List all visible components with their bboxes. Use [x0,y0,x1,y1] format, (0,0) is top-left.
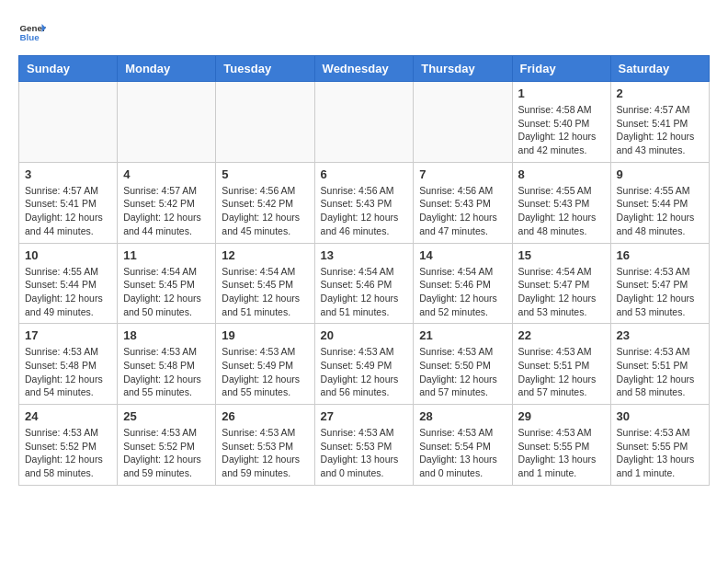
calendar-cell: 28Sunrise: 4:53 AM Sunset: 5:54 PM Dayli… [414,405,512,486]
day-of-week-header: Tuesday [216,56,314,82]
day-of-week-header: Wednesday [314,56,414,82]
calendar-cell: 15Sunrise: 4:54 AM Sunset: 5:47 PM Dayli… [512,243,610,324]
calendar-week-row: 10Sunrise: 4:55 AM Sunset: 5:44 PM Dayli… [19,243,710,324]
logo: General Blue [18,18,46,46]
calendar-cell: 7Sunrise: 4:56 AM Sunset: 5:43 PM Daylig… [414,162,512,243]
calendar-cell: 11Sunrise: 4:54 AM Sunset: 5:45 PM Dayli… [118,243,216,324]
calendar-cell: 18Sunrise: 4:53 AM Sunset: 5:48 PM Dayli… [118,324,216,405]
calendar-week-row: 3Sunrise: 4:57 AM Sunset: 5:41 PM Daylig… [19,162,710,243]
day-number: 24 [25,409,111,423]
day-number: 3 [25,167,111,181]
day-info: Sunrise: 4:53 AM Sunset: 5:49 PM Dayligh… [222,345,308,399]
calendar-cell: 16Sunrise: 4:53 AM Sunset: 5:47 PM Dayli… [610,243,709,324]
calendar-cell [118,82,216,163]
header: General Blue [18,18,710,46]
day-number: 8 [518,167,605,181]
calendar-cell: 4Sunrise: 4:57 AM Sunset: 5:42 PM Daylig… [118,162,216,243]
calendar-cell: 27Sunrise: 4:53 AM Sunset: 5:53 PM Dayli… [314,405,414,486]
day-number: 10 [25,248,111,262]
day-number: 18 [123,328,210,342]
day-number: 30 [617,409,703,423]
day-info: Sunrise: 4:54 AM Sunset: 5:46 PM Dayligh… [419,265,506,319]
day-number: 23 [617,328,703,342]
calendar-cell: 24Sunrise: 4:53 AM Sunset: 5:52 PM Dayli… [19,405,118,486]
day-info: Sunrise: 4:57 AM Sunset: 5:41 PM Dayligh… [617,103,703,157]
day-info: Sunrise: 4:54 AM Sunset: 5:46 PM Dayligh… [321,265,408,319]
logo-icon: General Blue [18,18,46,46]
day-info: Sunrise: 4:53 AM Sunset: 5:55 PM Dayligh… [518,426,605,480]
calendar-cell: 21Sunrise: 4:53 AM Sunset: 5:50 PM Dayli… [414,324,512,405]
day-number: 5 [222,167,308,181]
day-info: Sunrise: 4:55 AM Sunset: 5:43 PM Dayligh… [518,184,605,238]
calendar-cell [216,82,314,163]
day-info: Sunrise: 4:53 AM Sunset: 5:48 PM Dayligh… [123,345,210,399]
calendar-cell: 12Sunrise: 4:54 AM Sunset: 5:45 PM Dayli… [216,243,314,324]
calendar-cell: 17Sunrise: 4:53 AM Sunset: 5:48 PM Dayli… [19,324,118,405]
day-number: 19 [222,328,308,342]
day-info: Sunrise: 4:53 AM Sunset: 5:51 PM Dayligh… [617,345,703,399]
calendar-cell: 25Sunrise: 4:53 AM Sunset: 5:52 PM Dayli… [118,405,216,486]
day-info: Sunrise: 4:56 AM Sunset: 5:42 PM Dayligh… [222,184,308,238]
day-info: Sunrise: 4:53 AM Sunset: 5:52 PM Dayligh… [123,426,210,480]
day-number: 14 [419,248,506,262]
day-of-week-header: Sunday [19,56,118,82]
calendar-cell [314,82,414,163]
day-number: 13 [321,248,408,262]
day-info: Sunrise: 4:57 AM Sunset: 5:41 PM Dayligh… [25,184,111,238]
calendar-cell [19,82,118,163]
day-number: 27 [321,409,408,423]
day-of-week-header: Saturday [610,56,709,82]
day-info: Sunrise: 4:53 AM Sunset: 5:53 PM Dayligh… [222,426,308,480]
day-info: Sunrise: 4:56 AM Sunset: 5:43 PM Dayligh… [321,184,408,238]
day-of-week-header: Thursday [414,56,512,82]
calendar-cell: 10Sunrise: 4:55 AM Sunset: 5:44 PM Dayli… [19,243,118,324]
calendar-cell: 22Sunrise: 4:53 AM Sunset: 5:51 PM Dayli… [512,324,610,405]
calendar-cell: 9Sunrise: 4:55 AM Sunset: 5:44 PM Daylig… [610,162,709,243]
calendar-cell: 3Sunrise: 4:57 AM Sunset: 5:41 PM Daylig… [19,162,118,243]
day-number: 21 [419,328,506,342]
day-info: Sunrise: 4:53 AM Sunset: 5:49 PM Dayligh… [321,345,408,399]
day-number: 2 [617,86,703,100]
calendar-cell [414,82,512,163]
day-number: 29 [518,409,605,423]
calendar-header-row: SundayMondayTuesdayWednesdayThursdayFrid… [19,56,710,82]
calendar-cell: 8Sunrise: 4:55 AM Sunset: 5:43 PM Daylig… [512,162,610,243]
day-info: Sunrise: 4:56 AM Sunset: 5:43 PM Dayligh… [419,184,506,238]
day-number: 11 [123,248,210,262]
day-of-week-header: Monday [118,56,216,82]
calendar-cell: 13Sunrise: 4:54 AM Sunset: 5:46 PM Dayli… [314,243,414,324]
calendar-week-row: 1Sunrise: 4:58 AM Sunset: 5:40 PM Daylig… [19,82,710,163]
day-info: Sunrise: 4:54 AM Sunset: 5:45 PM Dayligh… [123,265,210,319]
day-info: Sunrise: 4:53 AM Sunset: 5:47 PM Dayligh… [617,265,703,319]
day-info: Sunrise: 4:53 AM Sunset: 5:52 PM Dayligh… [25,426,111,480]
day-info: Sunrise: 4:53 AM Sunset: 5:50 PM Dayligh… [419,345,506,399]
day-number: 28 [419,409,506,423]
day-of-week-header: Friday [512,56,610,82]
day-info: Sunrise: 4:53 AM Sunset: 5:51 PM Dayligh… [518,345,605,399]
day-info: Sunrise: 4:54 AM Sunset: 5:45 PM Dayligh… [222,265,308,319]
calendar-cell: 5Sunrise: 4:56 AM Sunset: 5:42 PM Daylig… [216,162,314,243]
day-number: 7 [419,167,506,181]
day-number: 16 [617,248,703,262]
day-number: 12 [222,248,308,262]
day-number: 26 [222,409,308,423]
day-number: 1 [518,86,605,100]
day-info: Sunrise: 4:57 AM Sunset: 5:42 PM Dayligh… [123,184,210,238]
day-number: 9 [617,167,703,181]
day-info: Sunrise: 4:53 AM Sunset: 5:54 PM Dayligh… [419,426,506,480]
calendar-cell: 20Sunrise: 4:53 AM Sunset: 5:49 PM Dayli… [314,324,414,405]
calendar-cell: 19Sunrise: 4:53 AM Sunset: 5:49 PM Dayli… [216,324,314,405]
day-info: Sunrise: 4:53 AM Sunset: 5:55 PM Dayligh… [617,426,703,480]
calendar-cell: 26Sunrise: 4:53 AM Sunset: 5:53 PM Dayli… [216,405,314,486]
day-info: Sunrise: 4:53 AM Sunset: 5:48 PM Dayligh… [25,345,111,399]
day-number: 4 [123,167,210,181]
day-number: 6 [321,167,408,181]
calendar-cell: 14Sunrise: 4:54 AM Sunset: 5:46 PM Dayli… [414,243,512,324]
svg-text:Blue: Blue [20,32,40,42]
calendar: SundayMondayTuesdayWednesdayThursdayFrid… [18,55,710,486]
day-info: Sunrise: 4:54 AM Sunset: 5:47 PM Dayligh… [518,265,605,319]
calendar-cell: 30Sunrise: 4:53 AM Sunset: 5:55 PM Dayli… [610,405,709,486]
day-info: Sunrise: 4:55 AM Sunset: 5:44 PM Dayligh… [617,184,703,238]
day-number: 22 [518,328,605,342]
day-number: 20 [321,328,408,342]
